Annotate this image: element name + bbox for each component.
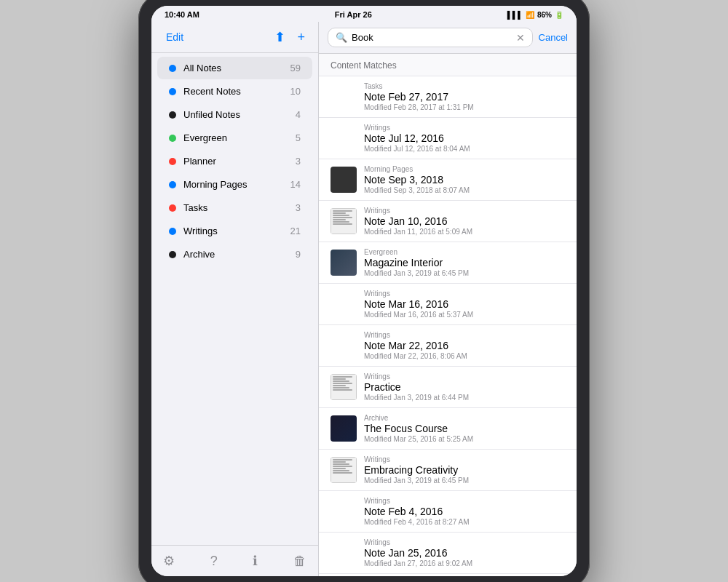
search-input[interactable] xyxy=(352,32,512,43)
sidebar-label-planner: Planner xyxy=(183,156,296,167)
add-note-button[interactable]: + xyxy=(296,28,306,47)
search-icon: 🔍 xyxy=(336,32,347,43)
result-modified-r6: Modified Mar 16, 2016 at 5:37 AM xyxy=(364,311,565,319)
result-modified-r1: Modified Feb 28, 2017 at 1:31 PM xyxy=(364,103,565,111)
sidebar-dot-planner xyxy=(169,158,176,165)
battery-level: 86% xyxy=(537,11,552,19)
result-modified-r5: Modified Jan 3, 2019 at 6:45 PM xyxy=(364,269,565,277)
result-item-r8[interactable]: Writings Practice Modified Jan 3, 2019 a… xyxy=(319,367,577,408)
sidebar-list: All Notes 59 Recent Notes 10 Unfiled Not… xyxy=(151,53,318,545)
result-title-r11: Note Feb 4, 2016 xyxy=(364,506,565,517)
result-modified-r9: Modified Mar 25, 2016 at 5:25 AM xyxy=(364,435,565,443)
result-category-r9: Archive xyxy=(364,414,565,422)
sidebar-item-archive[interactable]: Archive 9 xyxy=(157,243,312,266)
sidebar-label-archive: Archive xyxy=(183,249,296,260)
result-title-r2: Note Jul 12, 2016 xyxy=(364,132,565,144)
result-title-r8: Practice xyxy=(364,381,565,393)
sidebar-dot-evergreen xyxy=(169,135,176,142)
sidebar-label-recent-notes: Recent Notes xyxy=(183,86,290,97)
sidebar-item-recent-notes[interactable]: Recent Notes 10 xyxy=(157,80,312,103)
sidebar-count-writings: 21 xyxy=(290,226,301,236)
result-thumb-blank-r1 xyxy=(331,84,357,110)
result-text-r3: Morning Pages Note Sep 3, 2018 Modified … xyxy=(364,165,565,194)
ipad-device: 10:40 AM Fri Apr 26 ▌▌▌ 📶 86% 🔋 Edit ⬆ + xyxy=(138,0,590,582)
result-item-r3[interactable]: Morning Pages Note Sep 3, 2018 Modified … xyxy=(319,159,577,201)
status-date: Fri Apr 26 xyxy=(335,10,372,19)
result-text-r9: Archive The Focus Course Modified Mar 25… xyxy=(364,414,565,443)
result-item-r12[interactable]: Writings Note Jan 25, 2016 Modified Jan … xyxy=(319,533,577,574)
share-button[interactable]: ⬆ xyxy=(273,28,287,47)
result-item-r6[interactable]: Writings Note Mar 16, 2016 Modified Mar … xyxy=(319,284,577,325)
sidebar-item-tasks[interactable]: Tasks 3 xyxy=(157,196,312,219)
sidebar-item-unfiled-notes[interactable]: Unfiled Notes 4 xyxy=(157,103,312,126)
result-thumb-blank-r6 xyxy=(331,291,357,317)
result-thumb-blank-r2 xyxy=(331,125,357,151)
result-thumb-blank-r12 xyxy=(331,540,357,566)
sidebar-count-archive: 9 xyxy=(296,249,301,260)
trash-icon[interactable]: 🗑 xyxy=(293,554,306,569)
result-title-r6: Note Mar 16, 2016 xyxy=(364,298,565,310)
sidebar-dot-morning-pages xyxy=(169,181,176,188)
edit-button[interactable]: Edit xyxy=(163,30,186,44)
result-item-r1[interactable]: Tasks Note Feb 27, 2017 Modified Feb 28,… xyxy=(319,76,577,118)
result-item-r7[interactable]: Writings Note Mar 22, 2016 Modified Mar … xyxy=(319,325,577,367)
sidebar-label-evergreen: Evergreen xyxy=(183,132,296,143)
result-item-r10[interactable]: Writings Embracing Creativity Modified J… xyxy=(319,450,577,491)
search-bar: 🔍 ✕ Cancel xyxy=(319,22,577,54)
result-item-r9[interactable]: Archive The Focus Course Modified Mar 25… xyxy=(319,408,577,450)
help-icon[interactable]: ? xyxy=(210,554,218,569)
result-category-r2: Writings xyxy=(364,124,565,132)
sidebar-count-recent-notes: 10 xyxy=(290,86,301,97)
settings-icon[interactable]: ⚙ xyxy=(163,553,175,569)
status-time: 10:40 AM xyxy=(165,10,199,19)
result-modified-r12: Modified Jan 27, 2016 at 9:02 AM xyxy=(364,559,565,567)
result-thumb-blank-r7 xyxy=(331,332,357,359)
result-text-r4: Writings Note Jan 10, 2016 Modified Jan … xyxy=(364,207,565,236)
sidebar-item-morning-pages[interactable]: Morning Pages 14 xyxy=(157,173,312,196)
sidebar-item-planner[interactable]: Planner 3 xyxy=(157,150,312,172)
result-title-r3: Note Sep 3, 2018 xyxy=(364,174,565,186)
result-text-r8: Writings Practice Modified Jan 3, 2019 a… xyxy=(364,372,565,402)
sidebar-count-all-notes: 59 xyxy=(290,63,301,73)
sidebar-item-evergreen[interactable]: Evergreen 5 xyxy=(157,127,312,149)
result-thumb-r4 xyxy=(331,208,357,234)
result-category-r4: Writings xyxy=(364,207,565,215)
result-title-r9: The Focus Course xyxy=(364,423,565,434)
search-input-wrap: 🔍 ✕ xyxy=(328,28,533,47)
result-thumb-r9 xyxy=(331,415,357,442)
result-item-r2[interactable]: Writings Note Jul 12, 2016 Modified Jul … xyxy=(319,118,577,159)
result-title-r1: Note Feb 27, 2017 xyxy=(364,91,565,103)
content-area: 🔍 ✕ Cancel Content Matches Tasks Note Fe… xyxy=(319,22,577,576)
result-text-r6: Writings Note Mar 16, 2016 Modified Mar … xyxy=(364,290,565,319)
result-category-r7: Writings xyxy=(364,331,565,339)
status-bar: 10:40 AM Fri Apr 26 ▌▌▌ 📶 86% 🔋 xyxy=(151,6,577,22)
sidebar-count-tasks: 3 xyxy=(296,202,301,213)
battery-icon: 🔋 xyxy=(555,11,563,19)
cancel-button[interactable]: Cancel xyxy=(539,32,568,43)
sidebar-footer: ⚙ ? ℹ 🗑 xyxy=(151,545,318,576)
result-text-r7: Writings Note Mar 22, 2016 Modified Mar … xyxy=(364,331,565,360)
search-clear-button[interactable]: ✕ xyxy=(516,33,525,43)
result-title-r12: Note Jan 25, 2016 xyxy=(364,547,565,559)
sidebar-toolbar: Edit ⬆ + xyxy=(151,22,318,53)
result-title-r7: Note Mar 22, 2016 xyxy=(364,340,565,351)
sidebar-dot-recent-notes xyxy=(169,88,176,95)
sidebar-count-unfiled-notes: 4 xyxy=(296,109,301,120)
result-modified-r7: Modified Mar 22, 2016, 8:06 AM xyxy=(364,352,565,360)
sidebar-dot-tasks xyxy=(169,204,176,212)
sidebar-item-all-notes[interactable]: All Notes 59 xyxy=(157,57,312,79)
result-item-r5[interactable]: Evergreen Magazine Interior Modified Jan… xyxy=(319,242,577,284)
result-item-r4[interactable]: Writings Note Jan 10, 2016 Modified Jan … xyxy=(319,201,577,242)
sidebar-label-writings: Writings xyxy=(183,226,290,236)
content-matches-label: Content Matches xyxy=(331,60,397,71)
sidebar-item-writings[interactable]: Writings 21 xyxy=(157,220,312,242)
info-icon[interactable]: ℹ xyxy=(253,553,258,569)
result-item-r13[interactable]: Writings Tech Notes Modified Jan 3, 2019… xyxy=(319,574,577,576)
result-thumb-r5 xyxy=(331,250,357,276)
sidebar-dot-archive xyxy=(169,251,176,258)
result-item-r11[interactable]: Writings Note Feb 4, 2016 Modified Feb 4… xyxy=(319,491,577,533)
result-modified-r3: Modified Sep 3, 2018 at 8:07 AM xyxy=(364,186,565,194)
result-text-r11: Writings Note Feb 4, 2016 Modified Feb 4… xyxy=(364,497,565,526)
result-thumb-r10 xyxy=(331,457,357,483)
result-text-r12: Writings Note Jan 25, 2016 Modified Jan … xyxy=(364,538,565,567)
